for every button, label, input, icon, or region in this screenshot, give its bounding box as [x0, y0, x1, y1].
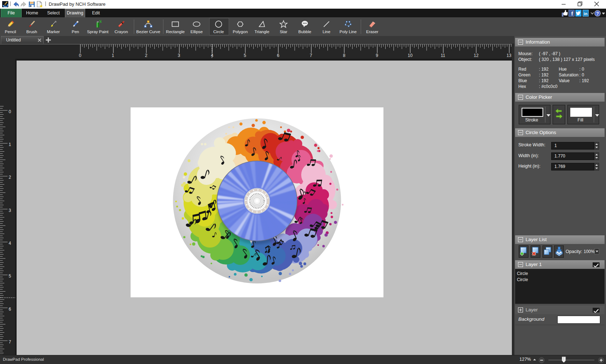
- svg-text:0: 0: [9, 109, 11, 114]
- svg-text:7: 7: [9, 339, 11, 345]
- svg-text:4: 4: [211, 53, 214, 58]
- svg-text:11: 11: [441, 53, 445, 58]
- svg-text:6: 6: [277, 53, 280, 58]
- svg-text:?: ?: [596, 11, 599, 16]
- svg-text:4: 4: [9, 241, 11, 246]
- svg-text:3: 3: [178, 53, 180, 58]
- svg-text:12: 12: [474, 53, 479, 58]
- svg-text:2: 2: [9, 175, 11, 180]
- svg-text:5: 5: [9, 274, 11, 279]
- svg-text:10: 10: [408, 53, 413, 58]
- svg-text:1: 1: [9, 142, 11, 147]
- svg-text:1: 1: [112, 53, 114, 58]
- svg-text:3: 3: [9, 208, 11, 213]
- svg-text:5: 5: [244, 53, 246, 58]
- svg-text:in: in: [584, 12, 588, 16]
- svg-text:2: 2: [145, 53, 148, 58]
- svg-text:13: 13: [506, 53, 511, 58]
- svg-text:8: 8: [343, 53, 346, 58]
- svg-text:7: 7: [310, 53, 312, 58]
- svg-text:9: 9: [376, 53, 378, 58]
- svg-text:6: 6: [9, 307, 11, 312]
- svg-text:0: 0: [79, 53, 82, 58]
